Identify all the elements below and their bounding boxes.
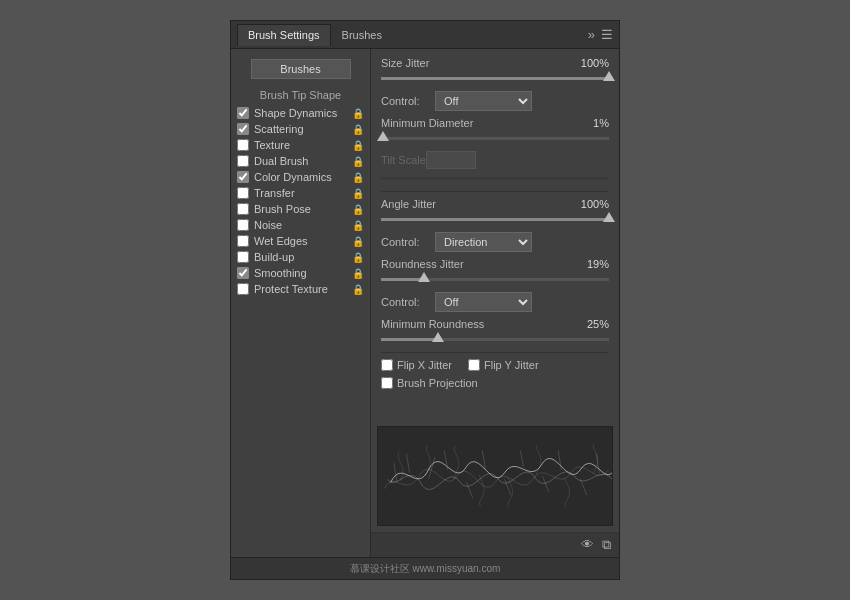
sidebar-item-shape-dynamics[interactable]: Shape Dynamics 🔒	[231, 105, 370, 121]
checkbox-shape-dynamics[interactable]	[237, 107, 249, 119]
min-roundness-thumb[interactable]	[432, 332, 444, 342]
checkbox-transfer[interactable]	[237, 187, 249, 199]
svg-line-0	[394, 463, 397, 482]
lock-icon-7: 🔒	[352, 220, 364, 231]
new-brush-icon[interactable]: ⧉	[602, 537, 611, 553]
checkbox-color-dynamics[interactable]	[237, 171, 249, 183]
sidebar: Brushes Brush Tip Shape Shape Dynamics 🔒…	[231, 49, 371, 557]
brush-stroke-svg	[378, 427, 612, 525]
roundness-jitter-section: Roundness Jitter 19% Control: Off Fade	[381, 258, 609, 312]
forward-icon[interactable]: »	[588, 27, 595, 42]
angle-jitter-row: Angle Jitter 100%	[381, 198, 609, 210]
sidebar-item-brush-pose[interactable]: Brush Pose 🔒	[231, 201, 370, 217]
size-jitter-thumb[interactable]	[603, 71, 615, 81]
min-diameter-slider[interactable]	[381, 131, 609, 145]
checkbox-build-up[interactable]	[237, 251, 249, 263]
tilt-scale-slider	[381, 171, 609, 185]
brush-projection-checkbox[interactable]	[381, 377, 393, 389]
svg-line-7	[520, 451, 523, 467]
eye-icon[interactable]: 👁	[581, 537, 594, 553]
checkbox-wet-edges[interactable]	[237, 235, 249, 247]
tilt-scale-input	[426, 151, 476, 169]
min-diameter-label: Minimum Diameter	[381, 117, 569, 129]
sidebar-item-transfer[interactable]: Transfer 🔒	[231, 185, 370, 201]
label-dual-brush: Dual Brush	[254, 155, 349, 167]
tab-brush-settings[interactable]: Brush Settings	[237, 24, 331, 46]
size-jitter-fill	[381, 77, 609, 80]
sidebar-item-texture[interactable]: Texture 🔒	[231, 137, 370, 153]
lock-icon-2: 🔒	[352, 140, 364, 151]
divider-2	[381, 352, 609, 353]
svg-line-10	[580, 479, 586, 495]
control-select-2[interactable]: Direction Off Fade Pen Pressure	[435, 232, 532, 252]
sidebar-item-color-dynamics[interactable]: Color Dynamics 🔒	[231, 169, 370, 185]
panel-tabs: Brush Settings Brushes » ☰	[231, 21, 619, 49]
angle-jitter-fill	[381, 218, 609, 221]
lock-icon-6: 🔒	[352, 204, 364, 215]
brush-projection-label: Brush Projection	[397, 377, 478, 389]
angle-jitter-value: 100%	[569, 198, 609, 210]
angle-jitter-thumb[interactable]	[603, 212, 615, 222]
flip-x-checkbox[interactable]	[381, 359, 393, 371]
checkbox-protect-texture[interactable]	[237, 283, 249, 295]
checkbox-texture[interactable]	[237, 139, 249, 151]
roundness-jitter-label: Roundness Jitter	[381, 258, 569, 270]
control-row-3: Control: Off Fade Pen Pressure	[381, 292, 609, 312]
tab-brushes[interactable]: Brushes	[331, 24, 393, 46]
checkbox-brush-pose[interactable]	[237, 203, 249, 215]
svg-line-8	[542, 476, 548, 492]
bottom-bar-text: 慕课设计社区 www.missyuan.com	[350, 562, 501, 576]
main-content: Size Jitter 100% Control: Off Fade Pen	[371, 49, 619, 426]
panel-body: Brushes Brush Tip Shape Shape Dynamics 🔒…	[231, 49, 619, 557]
control-row-1: Control: Off Fade Pen Pressure Pen Tilt	[381, 91, 609, 111]
sidebar-item-dual-brush[interactable]: Dual Brush 🔒	[231, 153, 370, 169]
min-roundness-slider[interactable]	[381, 332, 609, 346]
size-jitter-value: 100%	[569, 57, 609, 69]
flip-y-checkbox[interactable]	[468, 359, 480, 371]
label-noise: Noise	[254, 219, 349, 231]
control-select-3[interactable]: Off Fade Pen Pressure	[435, 292, 532, 312]
label-brush-pose: Brush Pose	[254, 203, 349, 215]
sidebar-item-smoothing[interactable]: Smoothing 🔒	[231, 265, 370, 281]
sidebar-item-protect-texture[interactable]: Protect Texture 🔒	[231, 281, 370, 297]
control-row-2: Control: Direction Off Fade Pen Pressure	[381, 232, 609, 252]
panel-tab-icons: » ☰	[588, 27, 613, 42]
angle-jitter-label: Angle Jitter	[381, 198, 569, 210]
lock-icon-0: 🔒	[352, 108, 364, 119]
brushes-button[interactable]: Brushes	[251, 59, 351, 79]
checkbox-dual-brush[interactable]	[237, 155, 249, 167]
flip-x-row: Flip X Jitter	[381, 359, 452, 371]
checkbox-noise[interactable]	[237, 219, 249, 231]
label-build-up: Build-up	[254, 251, 349, 263]
lock-icon-11: 🔒	[352, 284, 364, 295]
min-diameter-track	[381, 137, 609, 140]
min-roundness-fill	[381, 338, 438, 341]
checkbox-smoothing[interactable]	[237, 267, 249, 279]
min-diameter-thumb[interactable]	[377, 131, 389, 141]
lock-icon-4: 🔒	[352, 172, 364, 183]
menu-icon[interactable]: ☰	[601, 27, 613, 42]
size-jitter-slider[interactable]	[381, 71, 609, 85]
control-select-1[interactable]: Off Fade Pen Pressure Pen Tilt	[435, 91, 532, 111]
angle-jitter-slider[interactable]	[381, 212, 609, 226]
tilt-scale-track	[381, 177, 609, 180]
checkbox-scattering[interactable]	[237, 123, 249, 135]
sidebar-item-wet-edges[interactable]: Wet Edges 🔒	[231, 233, 370, 249]
label-texture: Texture	[254, 139, 349, 151]
roundness-jitter-slider[interactable]	[381, 272, 609, 286]
roundness-jitter-row: Roundness Jitter 19%	[381, 258, 609, 270]
tilt-scale-row: Tilt Scale	[381, 151, 609, 169]
lock-icon-9: 🔒	[352, 252, 364, 263]
brush-projection-row: Brush Projection	[381, 377, 609, 389]
divider-1	[381, 191, 609, 192]
lock-icon-8: 🔒	[352, 236, 364, 247]
sidebar-item-noise[interactable]: Noise 🔒	[231, 217, 370, 233]
angle-jitter-section: Angle Jitter 100% Control: Direction Off	[381, 198, 609, 252]
sidebar-item-scattering[interactable]: Scattering 🔒	[231, 121, 370, 137]
control-label-3: Control:	[381, 296, 429, 308]
roundness-jitter-value: 19%	[569, 258, 609, 270]
svg-line-1	[406, 454, 409, 473]
roundness-jitter-thumb[interactable]	[418, 272, 430, 282]
checkbox-options-row: Flip X Jitter Flip Y Jitter	[381, 359, 609, 373]
sidebar-item-build-up[interactable]: Build-up 🔒	[231, 249, 370, 265]
